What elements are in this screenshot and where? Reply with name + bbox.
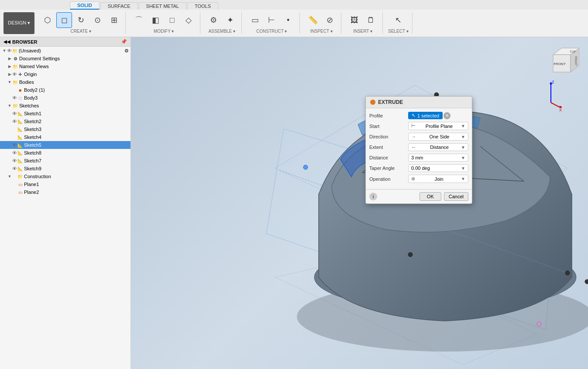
eye-sketch2[interactable]: 👁 <box>12 119 17 124</box>
canvas-button[interactable]: 🗒 <box>363 12 379 28</box>
section-button[interactable]: ⊘ <box>322 12 337 28</box>
select-label[interactable]: SELECT ▾ <box>388 29 409 34</box>
svg-text:FRONT: FRONT <box>554 62 566 66</box>
taper-angle-label: Taper Angle <box>369 166 406 171</box>
extent-icon: ↔ <box>411 145 416 150</box>
tree-item-sketch1[interactable]: 👁 📐 Sketch1 <box>0 110 131 117</box>
taper-angle-input[interactable]: 0.00 deg ▼ <box>408 164 468 172</box>
tree-item-sketch5[interactable]: 👁 📐 Sketch5 <box>0 141 131 149</box>
tree-item-named-views[interactable]: ▶ 📁 Named Views <box>0 62 131 70</box>
tree-item-sketch8[interactable]: 👁 📐 Sketch8 <box>0 149 131 157</box>
eye-origin[interactable]: 👁 <box>12 72 17 77</box>
tree-item-plane2[interactable]: 👁 ▭ Plane2 <box>0 188 131 196</box>
insert-image-button[interactable]: 🖼 <box>347 12 362 28</box>
tree-item-doc-settings[interactable]: ▶ ⚙ Document Settings <box>0 55 131 62</box>
expand-doc-settings[interactable]: ▶ <box>7 56 12 61</box>
dialog-header: EXTRUDE <box>366 97 472 108</box>
named-views-label: Named Views <box>19 64 49 69</box>
extrude-button[interactable]: ◻ <box>56 12 72 28</box>
view-cube[interactable]: FRONT RIGHT TOP <box>544 46 579 81</box>
tab-sheet-metal[interactable]: SHEET METAL <box>139 2 186 10</box>
plane-button[interactable]: ▭ <box>247 12 263 28</box>
tree-item-sketch3[interactable]: 👁 📐 Sketch3 <box>0 125 131 133</box>
expand-sketches[interactable]: ▼ <box>7 103 12 108</box>
cancel-button[interactable]: Cancel <box>444 192 468 201</box>
viewport[interactable]: 3 mm FRONT RIGHT TOP Z <box>131 37 588 369</box>
fillet-button[interactable]: ⌒ <box>131 12 147 28</box>
expand-construction[interactable]: ▼ <box>7 174 12 179</box>
expand-root[interactable]: ▼ <box>2 48 7 53</box>
insert-label[interactable]: INSERT ▾ <box>353 29 372 34</box>
toolbar-group-create: ⬡ ◻ ↻ ⊙ ⊞ CREATE ▾ <box>36 12 126 34</box>
pattern-button[interactable]: ⊞ <box>106 12 122 28</box>
eye-root[interactable]: 👁 <box>7 48 12 53</box>
expand-bodies[interactable]: ▼ <box>7 79 12 85</box>
tab-surface[interactable]: SURFACE <box>100 2 138 10</box>
eye-sketch7[interactable]: 👁 <box>12 158 17 163</box>
tree-item-sketch4[interactable]: 👁 📐 Sketch4 <box>0 133 131 141</box>
start-dropdown[interactable]: ⊢ Profile Plane ▼ <box>408 122 468 130</box>
joint-origin-button[interactable]: ✦ <box>222 12 238 28</box>
hole-button[interactable]: ⊙ <box>89 12 105 28</box>
eye-sketch9[interactable]: 👁 <box>12 166 17 171</box>
tree-item-body2[interactable]: 👁 ■ Body2 (1) <box>0 86 131 94</box>
eye-sketch5[interactable]: 👁 <box>12 142 17 148</box>
construction-label: Construction <box>24 174 51 179</box>
extent-dropdown[interactable]: ↔ Distance ▼ <box>408 143 468 151</box>
tree-item-root[interactable]: ▼ 👁 📁 (Unsaved) ⚙ <box>0 47 131 55</box>
construct-label[interactable]: CONSTRUCT ▾ <box>256 29 287 34</box>
root-options[interactable]: ⚙ <box>124 48 129 54</box>
profile-label: Profile <box>369 113 406 118</box>
sketch7-label: Sketch7 <box>24 158 41 163</box>
browser-collapse-icon[interactable]: ◀◀ <box>3 39 10 44</box>
chamfer-button[interactable]: ◧ <box>148 12 163 28</box>
toolbar-group-modify: ⌒ ◧ □ ◇ MODIFY ▾ <box>127 12 200 34</box>
profile-value: ↖ 1 selected ✕ <box>408 112 468 119</box>
tree-item-origin[interactable]: ▶ 👁 ✛ Origin <box>0 70 131 78</box>
modify-label[interactable]: MODIFY ▾ <box>154 29 174 34</box>
sketch1-label: Sketch1 <box>24 111 41 116</box>
measure-button[interactable]: 📏 <box>305 12 321 28</box>
joint-button[interactable]: ⚙ <box>206 12 221 28</box>
tree-item-sketch2[interactable]: 👁 📐 Sketch2 <box>0 117 131 125</box>
profile-clear-button[interactable]: ✕ <box>444 112 450 119</box>
draft-button[interactable]: ◇ <box>181 12 196 28</box>
direction-dropdown[interactable]: → One Side ▼ <box>408 133 468 141</box>
tree-item-body3[interactable]: 👁 □ Body3 <box>0 94 131 102</box>
revolve-button[interactable]: ↻ <box>73 12 89 28</box>
create-label[interactable]: CREATE ▾ <box>70 29 91 34</box>
sidebar: ◀◀ BROWSER 📌 ▼ 👁 📁 (Unsaved) ⚙ ▶ ⚙ Docum… <box>0 37 131 369</box>
svg-text:TOP: TOP <box>570 50 576 53</box>
info-button[interactable]: i <box>369 193 377 200</box>
sketch3-label: Sketch3 <box>24 127 41 132</box>
expand-named-views[interactable]: ▶ <box>7 64 12 69</box>
profile-selected-badge[interactable]: ↖ 1 selected <box>408 112 443 119</box>
eye-body3[interactable]: 👁 <box>12 95 17 100</box>
tree-item-sketch7[interactable]: 👁 📐 Sketch7 <box>0 157 131 165</box>
tab-solid[interactable]: SOLID <box>70 1 100 10</box>
inspect-label[interactable]: INSPECT ▾ <box>310 29 333 34</box>
tab-tools[interactable]: TOOLS <box>187 2 218 10</box>
tree-item-sketch9[interactable]: 👁 📐 Sketch9 <box>0 165 131 172</box>
tree-item-construction[interactable]: ▼ 👁 📁 Construction <box>0 172 131 180</box>
ok-button[interactable]: OK <box>420 192 441 201</box>
select-tool-button[interactable]: ↖ <box>390 12 406 28</box>
new-component-button[interactable]: ⬡ <box>40 12 55 28</box>
expand-origin[interactable]: ▶ <box>7 72 12 77</box>
axis-indicator: Z X <box>540 81 562 103</box>
operation-dropdown[interactable]: ⊕ Join ▼ <box>408 175 468 183</box>
assemble-label[interactable]: ASSEMBLE ▾ <box>208 29 235 34</box>
eye-sketch1[interactable]: 👁 <box>12 111 17 116</box>
distance-input[interactable]: 3 mm ▼ <box>408 154 468 162</box>
browser-pin-icon[interactable]: 📌 <box>121 39 127 45</box>
axis-button[interactable]: ⊢ <box>264 12 279 28</box>
tree-item-plane1[interactable]: 👁 ▭ Plane1 <box>0 180 131 188</box>
eye-sketch8[interactable]: 👁 <box>12 150 17 155</box>
extrude-dialog: EXTRUDE Profile ↖ 1 selected ✕ <box>365 96 472 204</box>
tree-item-sketches[interactable]: ▼ 📁 Sketches <box>0 102 131 110</box>
tree-item-bodies[interactable]: ▼ 📁 Bodies <box>0 78 131 86</box>
point-button[interactable]: • <box>280 12 296 28</box>
shell-button[interactable]: □ <box>164 12 180 28</box>
design-button[interactable]: DESIGN ▾ <box>3 12 34 34</box>
dialog-row-taper-angle: Taper Angle 0.00 deg ▼ <box>369 164 468 172</box>
